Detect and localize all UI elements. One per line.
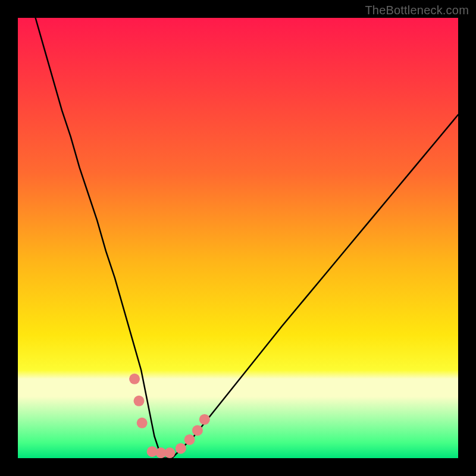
curve-marker [134, 396, 145, 406]
plot-area [18, 18, 458, 458]
curve-marker [199, 414, 210, 425]
bottleneck-curve [36, 18, 458, 458]
curve-marker [164, 447, 175, 458]
curve-marker [137, 418, 148, 428]
chart-svg [18, 18, 458, 458]
watermark-text: TheBottleneck.com [365, 4, 469, 17]
curve-marker [129, 374, 140, 384]
chart-frame: TheBottleneck.com [0, 0, 476, 476]
curve-marker [184, 434, 195, 445]
curve-marker [192, 425, 203, 436]
curve-path [36, 18, 458, 458]
curve-marker [176, 443, 186, 454]
curve-markers [129, 374, 210, 458]
